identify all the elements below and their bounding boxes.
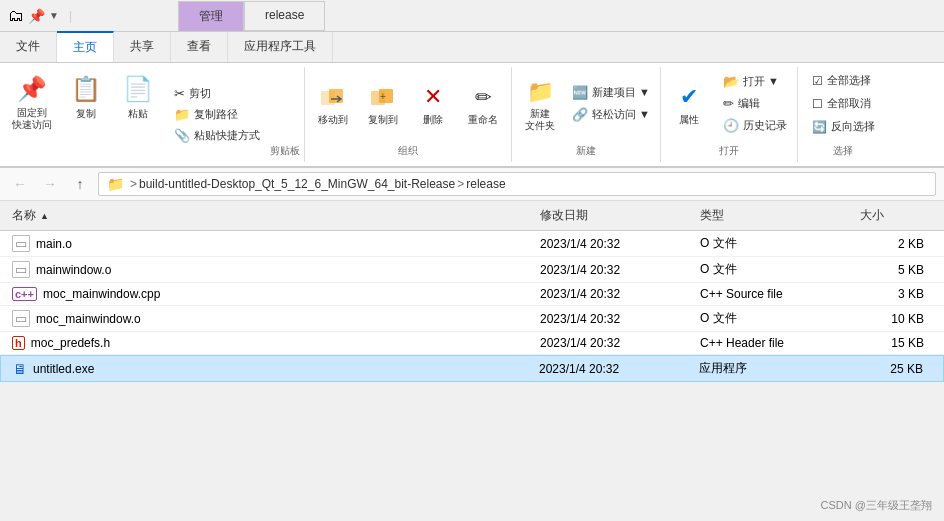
easyaccess-icon: 🔗	[572, 107, 588, 122]
file-date: 2023/1/4 20:32	[539, 362, 619, 376]
delete-label: 删除	[423, 113, 443, 127]
ribbon-btn-copypath[interactable]: 📁 复制路径	[168, 105, 266, 124]
ribbon-tabs: 文件 主页 共享 查看 应用程序工具	[0, 32, 944, 63]
back-button[interactable]: ←	[8, 172, 32, 196]
ribbon-tab-share[interactable]: 共享	[114, 32, 171, 62]
ribbon-btn-pin[interactable]: 📌 固定到快速访问	[4, 67, 60, 162]
easyaccess-label: 轻松访问 ▼	[592, 107, 650, 122]
forward-button[interactable]: →	[38, 172, 62, 196]
file-size: 5 KB	[898, 263, 924, 277]
ribbon-btn-history[interactable]: 🕘 历史记录	[717, 116, 793, 135]
ribbon-btn-moveto[interactable]: 移动到	[309, 77, 357, 131]
history-icon: 🕘	[723, 118, 739, 133]
col-size[interactable]: 大小	[856, 205, 936, 226]
ribbon-tab-file[interactable]: 文件	[0, 32, 57, 62]
edit-icon: ✏	[723, 96, 734, 111]
table-row[interactable]: ▭ moc_mainwindow.o 2023/1/4 20:32 O 文件 1…	[0, 306, 944, 332]
address-path[interactable]: 📁 > build-untitled-Desktop_Qt_5_12_6_Min…	[98, 172, 936, 196]
shortcut-icon: 📎	[174, 128, 190, 143]
file-name: main.o	[36, 237, 72, 251]
file-icon: h	[12, 336, 25, 350]
paste-label: 粘贴	[128, 107, 148, 121]
file-date: 2023/1/4 20:32	[540, 312, 620, 326]
address-bar: ← → ↑ 📁 > build-untitled-Desktop_Qt_5_12…	[0, 168, 944, 201]
history-label: 历史记录	[743, 118, 787, 133]
ribbon-tab-home[interactable]: 主页	[57, 31, 114, 62]
table-row[interactable]: c++ moc_mainwindow.cpp 2023/1/4 20:32 C+…	[0, 283, 944, 306]
table-row[interactable]: 🖥 untitled.exe 2023/1/4 20:32 应用程序 25 KB	[0, 355, 944, 382]
down-arrow: ▼	[49, 10, 59, 21]
file-type: O 文件	[700, 310, 737, 327]
ribbon-btn-pasteshortcut[interactable]: 📎 粘贴快捷方式	[168, 126, 266, 145]
file-name: moc_mainwindow.o	[36, 312, 141, 326]
ribbon-btn-paste[interactable]: 📄 粘贴	[112, 67, 164, 162]
clipboard-label: 剪贴板	[270, 144, 300, 162]
sort-icon: ▲	[40, 211, 49, 221]
col-size-label: 大小	[860, 207, 884, 224]
col-date[interactable]: 修改日期	[536, 205, 696, 226]
pasteshortcut-label: 粘贴快捷方式	[194, 128, 260, 143]
up-button[interactable]: ↑	[68, 172, 92, 196]
organize-label: 组织	[309, 144, 507, 162]
table-row[interactable]: h moc_predefs.h 2023/1/4 20:32 C++ Heade…	[0, 332, 944, 355]
moveto-label: 移动到	[318, 113, 348, 127]
file-size: 10 KB	[891, 312, 924, 326]
selectall-label: 全部选择	[827, 73, 871, 88]
rename-label: 重命名	[468, 113, 498, 127]
file-icon: ▭	[12, 310, 30, 327]
ribbon-btn-copyto[interactable]: + 复制到	[359, 77, 407, 131]
ribbon-btn-rename[interactable]: ✏ 重命名	[459, 77, 507, 131]
open-label: 打开	[665, 144, 793, 162]
ribbon-btn-delete[interactable]: ✕ 删除	[409, 77, 457, 131]
selectall-icon: ☑	[812, 74, 823, 88]
ribbon-btn-open[interactable]: 📂 打开 ▼	[717, 72, 793, 91]
file-name: moc_predefs.h	[31, 336, 110, 350]
ribbon-btn-newfolder[interactable]: 📁 新建文件夹	[516, 72, 564, 136]
file-type: O 文件	[700, 235, 737, 252]
ribbon-btn-copy[interactable]: 📋 复制	[60, 67, 112, 162]
ribbon-btn-easyaccess[interactable]: 🔗 轻松访问 ▼	[566, 105, 656, 124]
file-name: moc_mainwindow.cpp	[43, 287, 160, 301]
file-type: 应用程序	[699, 360, 747, 377]
col-name[interactable]: 名称 ▲	[8, 205, 536, 226]
newfolder-label: 新建文件夹	[525, 108, 555, 132]
copy-icon: 📋	[68, 71, 104, 107]
file-size: 3 KB	[898, 287, 924, 301]
invertsel-icon: 🔄	[812, 120, 827, 134]
ribbon-btn-properties[interactable]: ✔ 属性	[665, 77, 713, 131]
paste-icon: 📄	[120, 71, 156, 107]
title-bar-icons: 🗂 📌 ▼ |	[8, 7, 78, 25]
ribbon-tab-view[interactable]: 查看	[171, 32, 228, 62]
open-label: 打开 ▼	[743, 74, 779, 89]
file-date: 2023/1/4 20:32	[540, 237, 620, 251]
file-size: 25 KB	[890, 362, 923, 376]
path-separator-2: >	[457, 177, 464, 191]
path-separator-1: >	[130, 177, 137, 191]
tab-manage[interactable]: 管理	[178, 1, 244, 31]
moveto-icon	[319, 83, 347, 111]
ribbon-btn-edit[interactable]: ✏ 编辑	[717, 94, 793, 113]
file-size: 15 KB	[891, 336, 924, 350]
col-date-label: 修改日期	[540, 207, 588, 224]
file-area: 名称 ▲ 修改日期 类型 大小 ▭ main.o 2023/1/4 20:32 …	[0, 201, 944, 382]
file-date: 2023/1/4 20:32	[540, 287, 620, 301]
table-row[interactable]: ▭ main.o 2023/1/4 20:32 O 文件 2 KB	[0, 231, 944, 257]
select-label: 选择	[806, 144, 881, 162]
col-type[interactable]: 类型	[696, 205, 856, 226]
ribbon-btn-newitem[interactable]: 🆕 新建项目 ▼	[566, 83, 656, 102]
ribbon-btn-selectnone[interactable]: ☐ 全部取消	[806, 94, 881, 113]
folder-icon: 🗂	[8, 7, 24, 25]
table-row[interactable]: ▭ mainwindow.o 2023/1/4 20:32 O 文件 5 KB	[0, 257, 944, 283]
path-release: release	[466, 177, 505, 191]
col-type-label: 类型	[700, 207, 724, 224]
ribbon-btn-cut[interactable]: ✂ 剪切	[168, 84, 266, 103]
tab-release[interactable]: release	[244, 1, 325, 31]
new-label: 新建	[516, 144, 656, 162]
ribbon-btn-invertsel[interactable]: 🔄 反向选择	[806, 117, 881, 136]
file-rows-container: ▭ main.o 2023/1/4 20:32 O 文件 2 KB ▭ main…	[0, 231, 944, 382]
ribbon-btn-selectall[interactable]: ☑ 全部选择	[806, 71, 881, 90]
title-bar-sep: |	[69, 9, 72, 23]
newitem-icon: 🆕	[572, 85, 588, 100]
ribbon-tab-tools[interactable]: 应用程序工具	[228, 32, 333, 62]
invertsel-label: 反向选择	[831, 119, 875, 134]
